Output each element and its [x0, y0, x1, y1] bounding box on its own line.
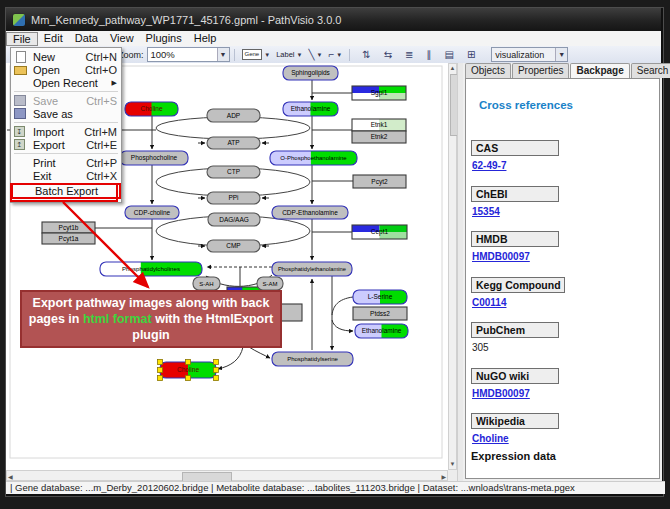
file-menu-item-save[interactable]: SaveCtrl+S: [11, 94, 121, 107]
pathway-node-cdp-ethanolamine[interactable]: CDP-Ethanolamine: [272, 206, 348, 219]
pathway-node-sgpl1[interactable]: Sgpl1: [352, 86, 406, 100]
backpage-panel: Cross references CAS62-49-7ChEBI15354HMD…: [465, 78, 660, 479]
pathway-node-etnk1[interactable]: Etnk1: [352, 119, 406, 131]
file-menu-item-import[interactable]: ↧ImportCtrl+M: [11, 125, 121, 138]
expression-data-heading: Expression data: [471, 450, 556, 462]
align-middle-icon[interactable]: ⇆: [384, 48, 392, 61]
pathway-node-dag-aag[interactable]: DAG/AAG: [208, 213, 260, 226]
svg-text:CDP-Ethanolamine: CDP-Ethanolamine: [282, 209, 338, 216]
file-menu-item-save-as[interactable]: Save as: [11, 107, 121, 120]
ungroup-icon[interactable]: ⊞: [467, 48, 475, 61]
pathway-node-phosphocholine[interactable]: Phosphocholine: [120, 151, 188, 165]
crossref-value-wikipedia[interactable]: Choline: [472, 433, 509, 444]
tab-backpage[interactable]: Backpage: [570, 63, 629, 79]
sidebar: ObjectsPropertiesBackpageSearchLegend Cr…: [463, 63, 662, 481]
align-center-icon[interactable]: ⇅: [362, 48, 370, 61]
selection-handle[interactable]: [214, 360, 219, 365]
pathway-node-adp[interactable]: ADP: [207, 109, 260, 122]
tab-objects[interactable]: Objects: [465, 63, 511, 78]
group-icon[interactable]: ▤: [444, 48, 453, 61]
crossref-value-nugo-wiki[interactable]: HMDB00097: [472, 388, 530, 399]
pathway-node-unlabeled-21[interactable]: [281, 304, 302, 321]
pathway-node-pcyt2[interactable]: Pcyt2: [353, 175, 406, 188]
scroll-up-icon[interactable]: ▲: [449, 64, 456, 73]
pathway-node-ethanolamine[interactable]: Ethanolamine: [283, 102, 338, 116]
pathway-node-s-ah[interactable]: S-AH: [193, 277, 220, 290]
selection-handle[interactable]: [214, 368, 219, 373]
selection-handle[interactable]: [158, 368, 163, 373]
pathway-node-cept1[interactable]: Cept1: [352, 225, 407, 239]
canvas-vertical-scrollbar[interactable]: ▲ ▼: [448, 63, 457, 470]
selection-handle[interactable]: [186, 376, 191, 381]
crossref-value-cas[interactable]: 62-49-7: [472, 160, 506, 171]
connector-icon: ⌐: [328, 48, 334, 61]
tab-search[interactable]: Search: [631, 63, 670, 78]
canvas-horizontal-scrollbar[interactable]: ◀ ▶: [6, 470, 448, 481]
title-bar[interactable]: Mm_Kennedy_pathway_WP1771_45176.gpml - P…: [6, 8, 661, 31]
file-menu-item-open[interactable]: OpenCtrl+O: [11, 63, 121, 76]
svg-text:Phosphatidylcholines: Phosphatidylcholines: [122, 265, 180, 272]
pathway-node-choline[interactable]: Choline: [125, 102, 178, 116]
line-dropdown-caret-icon[interactable]: ▼: [317, 52, 323, 58]
pathway-node-atp[interactable]: ATP: [207, 137, 260, 149]
crossref-value-hmdb[interactable]: HMDB00097: [472, 251, 530, 262]
file-menu-item-batch-export[interactable]: Batch Export: [11, 183, 121, 199]
pathway-node-etnk2[interactable]: Etnk2: [352, 131, 406, 143]
menubar-item-data[interactable]: Data: [69, 32, 104, 45]
pathway-node-ppi[interactable]: PPi: [207, 192, 260, 204]
selection-handle[interactable]: [186, 360, 191, 365]
pathway-node-cdp-choline[interactable]: CDP-choline: [125, 206, 179, 219]
file-menu-item-print[interactable]: PrintCtrl+P: [11, 156, 121, 169]
zoom-dropdown-arrow-icon[interactable]: ▼: [217, 48, 229, 61]
scroll-down-icon[interactable]: ▼: [449, 460, 456, 469]
pathway-node-phosphatidylserine[interactable]: Phosphatidylserine: [272, 352, 353, 366]
pathway-node-ptdss2[interactable]: Ptdss2: [353, 307, 407, 320]
file-menu-item-exit[interactable]: ExitCtrl+X: [11, 169, 121, 182]
crossref-value-kegg-compound[interactable]: C00114: [472, 297, 506, 308]
connector-tool-button[interactable]: ⌐ ▼: [325, 47, 345, 62]
selection-handle[interactable]: [158, 376, 163, 381]
crossref-heading: Cross references: [479, 99, 573, 111]
pathway-node-choline[interactable]: Choline: [158, 360, 219, 381]
pathway-node-s-am[interactable]: S-AM: [257, 277, 283, 290]
menubar-item-help[interactable]: Help: [188, 32, 223, 45]
crossref-value-chebi[interactable]: 15354: [472, 206, 500, 217]
add-datanode-button[interactable]: Gene ▼: [239, 47, 274, 62]
save-icon: [14, 95, 26, 106]
visualization-dropdown-arrow-icon[interactable]: ▼: [555, 48, 567, 61]
menubar-item-plugins[interactable]: Plugins: [140, 32, 188, 45]
visualization-combobox[interactable]: visualization ▼: [491, 47, 568, 62]
pathway-node-ethanolamine[interactable]: Ethanolamine: [355, 324, 408, 338]
pathway-node-pcyt1a[interactable]: Pcyt1a: [42, 233, 95, 244]
pathway-node-pcyt1b[interactable]: Pcyt1b: [42, 222, 95, 233]
menubar-item-view[interactable]: View: [104, 32, 140, 45]
svg-text:Pcyt1b: Pcyt1b: [59, 224, 79, 232]
svg-text:Sgpl1: Sgpl1: [371, 89, 388, 97]
menubar-item-file[interactable]: File: [6, 32, 38, 46]
pathway-node-l-serine[interactable]: L-Serine: [353, 290, 407, 304]
datanode-dropdown-caret-icon[interactable]: ▼: [264, 52, 270, 58]
line-tool-button[interactable]: ╲ ▼: [305, 47, 325, 62]
pathway-node-phosphatidylcholines[interactable]: Phosphatidylcholines: [100, 262, 202, 276]
pathway-node-phosphatidylethanolamine[interactable]: Phosphatidylethanolamine: [272, 262, 352, 276]
svg-text:O-Phosphoethanolamine: O-Phosphoethanolamine: [280, 155, 347, 161]
file-menu-item-export[interactable]: ↥ExportCtrl+E: [11, 138, 121, 151]
file-menu-item-open-recent[interactable]: Open Recent▶: [11, 76, 121, 89]
pathway-node-cmp[interactable]: CMP: [207, 240, 260, 252]
stack-vertical-icon[interactable]: ≣: [405, 48, 413, 61]
label-dropdown-caret-icon[interactable]: ▼: [297, 52, 303, 58]
pathway-node-o-phosphoethanolamine[interactable]: O-Phosphoethanolamine: [270, 151, 357, 165]
file-menu-item-new[interactable]: NewCtrl+N: [11, 50, 121, 63]
stack-horizontal-icon[interactable]: ∥: [426, 48, 431, 61]
svg-text:Phosphatidylserine: Phosphatidylserine: [287, 356, 338, 362]
pathway-node-sphingolipids[interactable]: Sphingolipids: [283, 66, 338, 80]
zoom-combobox[interactable]: 100% ▼: [147, 47, 230, 62]
selection-handle[interactable]: [158, 360, 163, 365]
selection-handle[interactable]: [214, 376, 219, 381]
connector-dropdown-caret-icon[interactable]: ▼: [336, 52, 342, 58]
crossref-section-kegg-compound: Kegg Compound: [471, 277, 565, 293]
add-label-button[interactable]: Label ▼: [273, 47, 305, 62]
tab-properties[interactable]: Properties: [512, 63, 570, 78]
pathway-node-ctp[interactable]: CTP: [207, 166, 260, 178]
menubar-item-edit[interactable]: Edit: [38, 32, 69, 45]
